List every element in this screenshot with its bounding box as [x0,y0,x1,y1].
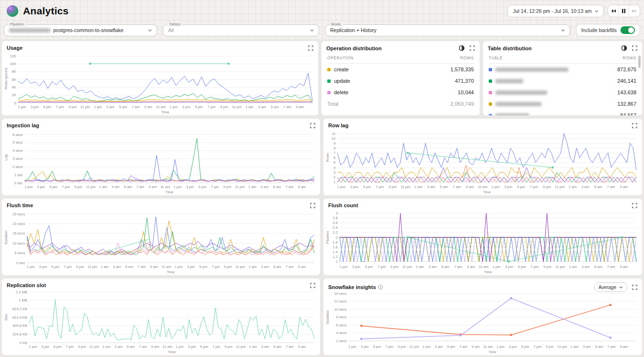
svg-text:3 am: 3 am [112,185,120,189]
usage-title: Usage [7,45,23,51]
include-backfills-toggle[interactable]: Include backfills [576,24,640,36]
svg-text:12 secs: 12 secs [334,299,346,303]
step-back-button[interactable] [608,5,619,17]
svg-text:9 pm: 9 pm [220,105,228,109]
expand-icon[interactable] [632,203,637,208]
expand-icon[interactable] [470,45,475,51]
time-step-controls [608,5,640,17]
table-row: delete 10,044 [327,87,474,98]
svg-text:1 am: 1 am [249,265,257,269]
redacted-table-name [495,79,523,83]
pipeline-value: postgres-common-to-snowflake [53,27,123,33]
chevron-down-icon [595,10,598,12]
svg-text:7 am: 7 am [286,265,294,269]
series-swatch [327,68,331,71]
pie-chart-icon[interactable] [621,45,627,51]
replication-slot-title: Replication slot [7,282,46,288]
svg-text:9 am: 9 am [298,185,306,189]
svg-text:5 pm: 5 pm [200,345,208,349]
toggle-switch[interactable] [621,26,635,34]
svg-text:Time: Time [488,350,496,354]
expand-icon[interactable] [310,123,315,128]
svg-text:9 pm: 9 pm [398,345,406,349]
replication-slot-chart: 0 KB204.8 KB409.6 KB614.4 KB819.2 KB1 MB… [4,289,318,354]
svg-text:3 pm: 3 pm [505,265,513,269]
redacted-table-name [495,67,568,72]
svg-text:8 secs: 8 secs [336,315,347,319]
svg-text:2 secs: 2 secs [336,339,347,343]
svg-text:9 pm: 9 pm [224,265,232,269]
tables-select[interactable]: Tables All [163,24,319,36]
expand-icon[interactable] [310,283,315,288]
operation-rows: 10,044 [458,89,474,95]
expand-icon[interactable] [632,123,637,128]
svg-text:1 am: 1 am [416,265,424,269]
svg-text:7: 7 [334,151,335,155]
svg-text:5: 5 [334,160,335,165]
col-rows: ROWS [460,56,474,60]
expand-icon[interactable] [310,203,315,208]
svg-text:20 secs: 20 secs [12,222,25,226]
svg-text:11 am: 11 am [478,185,487,189]
svg-text:14 secs: 14 secs [334,291,346,296]
operation-distribution-card: Operation distribution OPERATION ROWS cr… [322,41,480,115]
svg-text:10 secs: 10 secs [334,307,346,312]
expand-icon[interactable] [308,45,313,51]
svg-text:2.6: 2.6 [333,221,337,225]
flush-time-chart: 0 sec5 secs10 secs15 secs20 secs25 secs1… [4,209,318,274]
usage-chart: 02K4K6K8K10K12K1 pm3 pm5 pm7 pm9 pm11 pm… [4,52,316,114]
svg-text:1 am: 1 am [245,105,253,109]
svg-text:3 am: 3 am [115,345,123,349]
row-lag-title: Row lag [328,123,348,128]
pie-chart-icon[interactable] [459,45,465,51]
series-swatch [489,102,492,106]
svg-text:3 pm: 3 pm [361,345,369,349]
svg-text:3 am: 3 am [435,345,443,349]
svg-text:5 am: 5 am [271,105,279,109]
step-forward-button[interactable] [629,5,640,17]
svg-text:5 pm: 5 pm [53,345,61,349]
svg-text:5 pm: 5 pm [198,185,207,189]
svg-text:1 pm: 1 pm [337,185,345,189]
svg-text:0 sec: 0 sec [16,261,25,265]
svg-text:Time: Time [161,110,169,114]
table-rows: 143,638 [617,89,636,95]
svg-text:11 pm: 11 pm [555,265,565,269]
flush-time-card: Flush time 0 sec5 secs10 secs15 secs20 s… [2,199,320,275]
svg-text:11: 11 [332,132,335,136]
svg-text:Duration: Duration [325,311,330,324]
row-lag-card: Row lag 12345678910111 pm3 pm5 pm7 pm9 p… [323,119,642,195]
svg-text:3 pm: 3 pm [352,265,360,269]
svg-text:7 pm: 7 pm [385,345,393,349]
svg-text:11 pm: 11 pm [232,105,242,109]
snowflake-insights-chart: 2 secs4 secs6 secs8 secs10 secs12 secs14… [325,289,640,354]
svg-text:1 pm: 1 pm [170,105,178,109]
col-table: TABLE [489,56,503,60]
mode-select[interactable]: Mode Replication + History [325,24,570,36]
date-range-picker[interactable]: Jul 14, 12:26 pm - Jul 16, 10:13 am [507,5,604,17]
svg-text:7 am: 7 am [607,185,615,189]
svg-text:11 pm: 11 pm [409,345,419,349]
distribution-table-body: 872,675 246,141 143,638 132,867 84,567 6… [489,64,636,115]
expand-icon[interactable] [632,45,637,51]
svg-text:5 pm: 5 pm [517,185,525,189]
svg-text:9 pm: 9 pm [74,185,82,189]
svg-text:3 am: 3 am [583,345,591,349]
svg-text:1: 1 [334,180,335,184]
svg-text:11 pm: 11 pm [557,345,567,349]
svg-text:3 pm: 3 pm [31,105,39,109]
svg-text:5 pm: 5 pm [51,265,59,269]
pipeline-select[interactable]: Pipeline postgres-common-to-snowflake [4,24,157,36]
pause-button[interactable] [619,5,629,17]
table-rows: 84,567 [620,112,636,115]
svg-text:5 pm: 5 pm [195,105,203,109]
svg-text:1 pm: 1 pm [29,345,37,349]
svg-text:Lag: Lag [4,155,8,161]
flush-count-title: Flush count [328,202,358,208]
svg-text:Size: Size [4,314,8,321]
svg-text:12K: 12K [10,54,16,58]
svg-text:1 am: 1 am [422,345,430,349]
ingestion-lag-card: Ingestion lag 0 sec1 sec2 secs3 secs4 se… [2,119,320,195]
svg-text:5 pm: 5 pm [363,185,371,189]
scrollbar-thumb[interactable] [638,56,641,68]
